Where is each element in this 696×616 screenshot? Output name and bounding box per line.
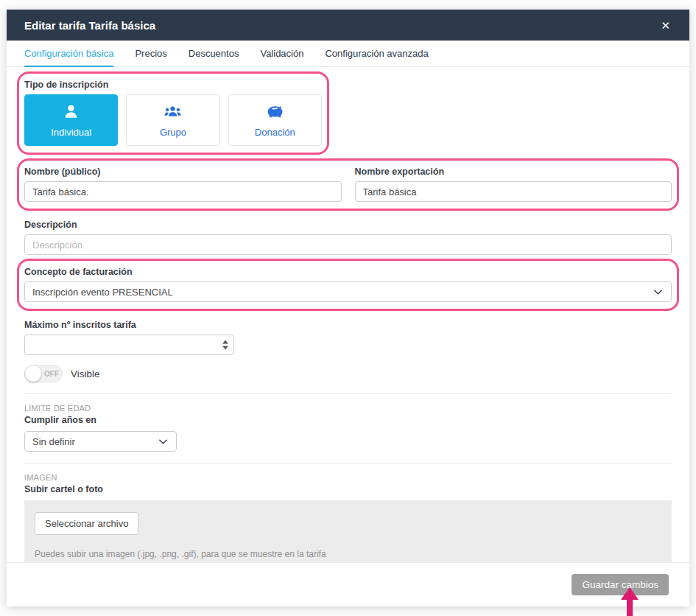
maximo-inscritos-label: Máximo nº inscritos tarifa: [24, 320, 672, 330]
select-file-button[interactable]: Seleccionar archivo: [35, 512, 138, 535]
card-grupo[interactable]: Grupo: [126, 94, 219, 146]
close-icon: ✕: [661, 19, 670, 32]
tipo-inscripcion-label: Tipo de inscripción: [24, 80, 322, 90]
edit-tariff-dialog: Editar tarifa Tarifa básica ✕ Configurac…: [7, 10, 689, 606]
card-donacion[interactable]: Donación: [228, 94, 322, 146]
tab-configuracion-avanzada[interactable]: Configuración avanzada: [325, 41, 428, 67]
maximo-inscritos-field-group: Máximo nº inscritos tarifa: [24, 320, 672, 355]
tab-validacion[interactable]: Validación: [260, 41, 303, 67]
concepto-facturacion-select[interactable]: Inscripción evento PRESENCIAL: [24, 281, 672, 302]
select-value: Inscripción evento PRESENCIAL: [32, 287, 173, 298]
descripcion-label: Descripción: [24, 220, 672, 230]
tab-bar: Configuración básica Precios Descuentos …: [7, 41, 689, 67]
maximo-inscritos-input[interactable]: [24, 335, 234, 355]
annotation-box-concepto: Concepto de facturación Inscripción even…: [17, 259, 679, 311]
imagen-section: IMAGEN Subir cartel o foto Seleccionar a…: [24, 473, 672, 573]
visible-toggle[interactable]: OFF: [24, 365, 63, 382]
select-value: Sin definir: [32, 436, 75, 447]
nombre-exportacion-label: Nombre exportación: [355, 167, 672, 177]
stepper-down-icon: [222, 346, 228, 350]
modal-footer: Guardar cambios: [7, 562, 689, 606]
chevron-down-icon: [653, 287, 664, 298]
nombre-publico-input[interactable]: [24, 181, 342, 202]
users-icon: [164, 102, 182, 123]
subir-cartel-label: Subir cartel o foto: [24, 484, 672, 494]
nombre-exportacion-input[interactable]: [355, 181, 672, 202]
save-button[interactable]: Guardar cambios: [572, 574, 669, 595]
dialog-title: Editar tarifa Tarifa básica: [24, 19, 659, 32]
descripcion-field-group: Descripción: [24, 220, 672, 255]
modal-body: Tipo de inscripción Individual: [7, 71, 689, 573]
number-stepper[interactable]: [222, 340, 228, 350]
chevron-down-icon: [158, 436, 169, 447]
divider: [24, 393, 672, 394]
tab-precios[interactable]: Precios: [135, 41, 166, 67]
annotation-box-nombres: Nombre (público) Nombre exportación: [17, 158, 679, 211]
tab-configuracion-basica[interactable]: Configuración básica: [24, 41, 113, 67]
upload-help-text: Puedes subir una imagen (.jpg, .png, .gi…: [35, 549, 661, 559]
card-individual[interactable]: Individual: [24, 94, 118, 146]
close-button[interactable]: ✕: [659, 18, 672, 32]
card-label: Grupo: [160, 127, 186, 138]
tipo-inscripcion-options: Individual Grupo: [24, 94, 322, 146]
annotation-box-tipo-inscripcion: Tipo de inscripción Individual: [17, 71, 329, 155]
stepper-up-icon: [222, 340, 228, 344]
piggy-bank-icon: [266, 102, 284, 123]
user-icon: [62, 102, 80, 123]
toggle-knob: [25, 365, 41, 382]
limite-edad-section: LÍMITE DE EDAD Cumplir años en Sin defin…: [24, 404, 672, 452]
imagen-section-header: IMAGEN: [24, 473, 672, 482]
cumplir-anos-label: Cumplir años en: [24, 415, 672, 425]
toggle-state-label: OFF: [44, 370, 59, 378]
concepto-facturacion-label: Concepto de facturación: [24, 267, 672, 277]
card-label: Individual: [51, 127, 91, 138]
cumplir-anos-select[interactable]: Sin definir: [24, 431, 177, 452]
page: { "dialog": { "title": "Editar tarifa Ta…: [0, 0, 696, 616]
descripcion-input[interactable]: [24, 234, 672, 255]
visible-label: Visible: [71, 368, 100, 379]
tab-descuentos[interactable]: Descuentos: [189, 41, 239, 67]
modal-header: Editar tarifa Tarifa básica ✕: [7, 10, 689, 41]
card-label: Donación: [255, 127, 295, 138]
nombre-publico-label: Nombre (público): [24, 167, 342, 177]
visible-toggle-row: OFF Visible: [24, 365, 672, 382]
limite-edad-section-header: LÍMITE DE EDAD: [24, 404, 672, 413]
divider: [24, 463, 672, 463]
